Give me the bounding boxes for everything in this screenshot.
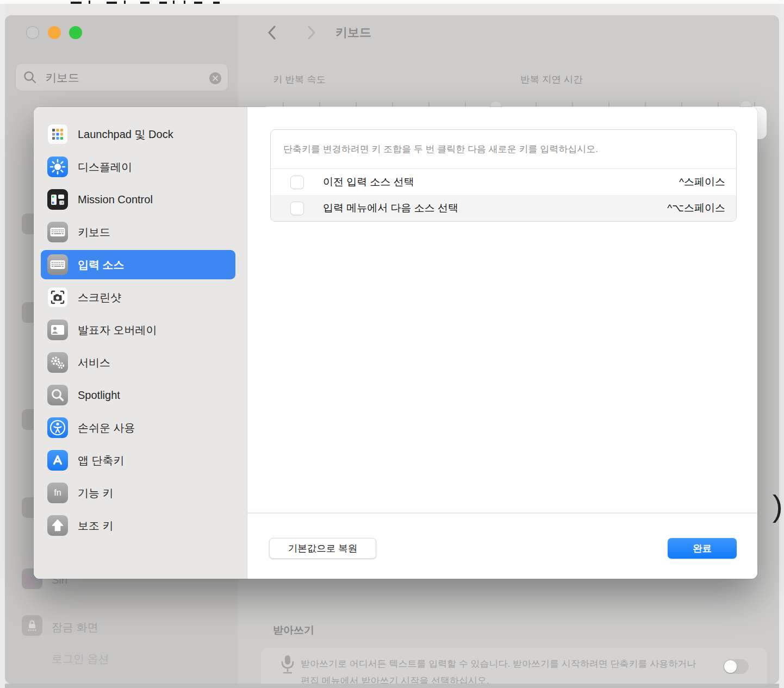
shortcuts-table: 단축키를 변경하려면 키 조합을 두 번 클릭한 다음 새로운 키를 입력하십시… [270, 129, 737, 222]
restore-defaults-button[interactable]: 기본값으로 복원 [269, 538, 376, 559]
sidebar-item-mission-control[interactable]: Mission Control [41, 185, 235, 214]
dictation-description-line2: 편집 메뉴에서 받아쓰기 시작을 선택하십시오. [301, 674, 489, 684]
desktop-right-strip [779, 4, 784, 688]
sidebar-item-label: 디스플레이 [78, 160, 132, 174]
shortcut-row[interactable]: 이전 입력 소스 선택 ^스페이스 [271, 169, 736, 195]
shortcut-keys[interactable]: ^⌥스페이스 [667, 201, 725, 215]
display-icon [47, 157, 68, 177]
sidebar-item-login-options[interactable]: 로그인 옵션 [52, 652, 109, 666]
sidebar-item-lock-screen[interactable]: 잠금 화면 [52, 620, 98, 635]
clipped-background-text [0, 0, 784, 4]
sidebar-item-input-sources[interactable]: 입력 소스 [41, 250, 235, 279]
done-button[interactable]: 완료 [668, 538, 737, 559]
microphone-icon [278, 654, 297, 676]
shortcut-keys[interactable]: ^스페이스 [679, 175, 725, 189]
back-icon[interactable] [264, 24, 281, 41]
shortcut-row[interactable]: 입력 메뉴에서 다음 소스 선택 ^⌥스페이스 [271, 195, 736, 221]
presenter-overlay-icon [47, 320, 68, 340]
fn-icon-text: fn [54, 488, 61, 498]
sidebar-item-label: 키보드 [78, 225, 110, 240]
sidebar-item-keyboard[interactable]: 키보드 [41, 217, 235, 247]
keyboard-shortcuts-dialog: Launchpad 및 Dock 디스플레이 [34, 107, 757, 579]
lock-screen-icon [22, 615, 42, 636]
sidebar-item-app-shortcuts[interactable]: 앱 단축키 [41, 446, 235, 475]
launchpad-icon [47, 124, 68, 145]
sidebar-item-label: 발표자 오버레이 [78, 323, 157, 337]
modifier-keys-icon [47, 515, 68, 536]
instruction-text: 단축키를 변경하려면 키 조합을 두 번 클릭한 다음 새로운 키를 입력하십시… [283, 143, 598, 155]
keyboard-icon [47, 222, 68, 242]
desktop-bottom-strip [5, 684, 779, 688]
clipped-background-glyph: ) [773, 491, 783, 521]
search-value: 키보드 [45, 70, 79, 85]
clear-search-icon[interactable] [209, 72, 221, 84]
sidebar-item-modifier-keys[interactable]: 보조 키 [41, 511, 235, 540]
mission-control-icon [47, 189, 68, 210]
sidebar-item-display[interactable]: 디스플레이 [41, 152, 235, 182]
shortcut-checkbox[interactable] [290, 202, 304, 215]
sidebar-item-spotlight[interactable]: Spotlight [41, 380, 235, 410]
app-shortcuts-icon [47, 450, 68, 471]
sidebar-item-label: 손쉬운 사용 [78, 421, 135, 435]
dictation-description-line1: 받아쓰기로 어디서든 텍스트를 입력할 수 있습니다. 받아쓰기를 시작하려면 … [301, 658, 696, 670]
sidebar-item-presenter-overlay[interactable]: 발표자 오버레이 [41, 315, 235, 345]
input-sources-icon [47, 254, 68, 275]
minimize-button[interactable] [48, 26, 61, 39]
function-keys-icon: fn [47, 483, 68, 503]
shortcut-label: 이전 입력 소스 선택 [323, 175, 414, 189]
sidebar-item-screenshots[interactable]: 스크린샷 [41, 283, 235, 312]
footer-divider [247, 512, 757, 514]
page-title: 키보드 [335, 24, 371, 41]
sidebar-item-function-keys[interactable]: fn 기능 키 [41, 478, 235, 508]
key-repeat-speed-label: 키 반복 속도 [273, 73, 326, 86]
repeat-delay-label: 반복 지연 시간 [520, 73, 583, 86]
dictation-toggle[interactable] [723, 659, 749, 674]
sidebar-item-label: Launchpad 및 Dock [78, 127, 173, 142]
spotlight-icon [47, 385, 68, 405]
zoom-button[interactable] [69, 26, 82, 39]
sidebar-item-launchpad-dock[interactable]: Launchpad 및 Dock [41, 120, 235, 149]
instruction-row: 단축키를 변경하려면 키 조합을 두 번 클릭한 다음 새로운 키를 입력하십시… [271, 130, 736, 169]
accessibility-icon [47, 417, 68, 438]
sidebar-item-label: 기능 키 [78, 486, 114, 501]
sidebar-item-label: 앱 단축키 [78, 453, 125, 468]
services-icon [47, 352, 68, 373]
shortcut-checkbox[interactable] [290, 176, 304, 189]
sidebar-item-services[interactable]: 서비스 [41, 348, 235, 377]
screenshot-icon [47, 287, 68, 308]
sidebar-item-label: 서비스 [78, 355, 110, 370]
search-icon [23, 70, 38, 85]
sidebar-item-label: Spotlight [78, 389, 120, 402]
dictation-section-title: 받아쓰기 [273, 623, 314, 637]
sidebar-item-label: 스크린샷 [78, 290, 121, 305]
sidebar-item-label: Mission Control [78, 193, 153, 206]
close-button[interactable] [26, 26, 39, 39]
sidebar-item-label: 입력 소스 [78, 258, 125, 272]
sidebar-item-accessibility[interactable]: 손쉬운 사용 [41, 413, 235, 442]
forward-icon[interactable] [303, 24, 319, 41]
sidebar-item-label: 보조 키 [78, 518, 114, 533]
shortcut-label: 입력 메뉴에서 다음 소스 선택 [323, 201, 458, 215]
desktop-left-strip [0, 4, 5, 688]
